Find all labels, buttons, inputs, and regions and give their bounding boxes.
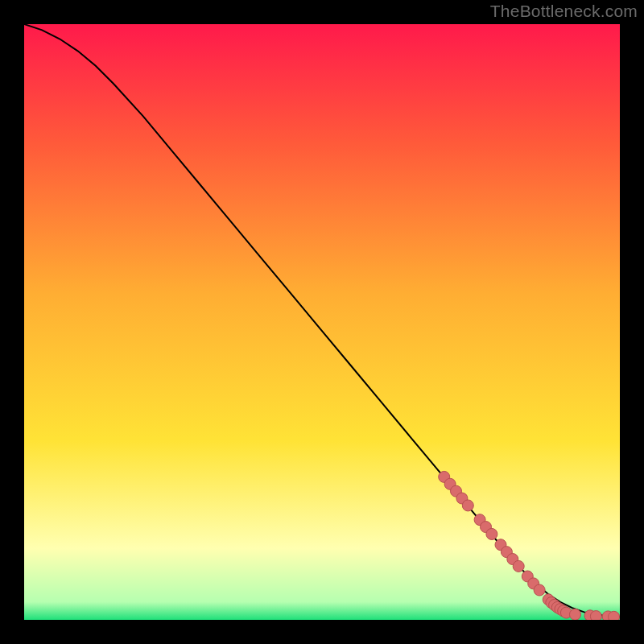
data-point-marker (486, 528, 497, 539)
gradient-background (24, 24, 620, 620)
data-point-marker (609, 611, 620, 620)
data-point-marker (534, 584, 545, 596)
plot-area (24, 24, 620, 620)
data-point-marker (590, 611, 601, 620)
watermark-label: TheBottleneck.com (490, 2, 638, 21)
data-point-marker (570, 609, 581, 620)
plot-svg (24, 24, 620, 620)
chart-frame: TheBottleneck.com (0, 0, 644, 644)
data-point-marker (462, 500, 473, 511)
data-point-marker (513, 560, 524, 572)
